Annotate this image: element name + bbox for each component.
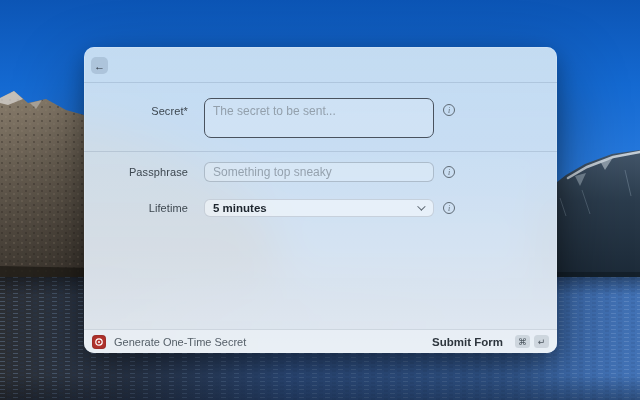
- secret-textarea[interactable]: [204, 98, 434, 138]
- info-glyph: i: [448, 106, 450, 115]
- back-button[interactable]: ←: [91, 57, 108, 74]
- chevron-down-icon: [417, 202, 425, 210]
- info-glyph: i: [448, 168, 450, 177]
- submit-form-button[interactable]: Submit Form ⌘ ↵: [432, 335, 549, 348]
- one-time-secret-logo-icon: [92, 335, 106, 349]
- window-header: ←: [84, 47, 557, 82]
- section-divider: [84, 151, 557, 152]
- secret-field-row: Secret* i: [84, 98, 557, 138]
- lifetime-field-row: Lifetime 5 minutes i: [84, 199, 557, 217]
- back-arrow-icon: ←: [94, 60, 105, 72]
- desktop: ← Secret* i Passphrase i Lifetime: [0, 0, 640, 400]
- info-icon[interactable]: i: [443, 202, 455, 214]
- return-key-icon: ↵: [534, 335, 549, 348]
- action-bar: Generate One-Time Secret Submit Form ⌘ ↵: [84, 329, 557, 353]
- info-icon[interactable]: i: [443, 104, 455, 116]
- command-key-icon: ⌘: [515, 335, 530, 348]
- info-glyph: i: [448, 204, 450, 213]
- passphrase-input[interactable]: [204, 162, 434, 182]
- lifetime-label: Lifetime: [84, 202, 188, 214]
- passphrase-field-row: Passphrase i: [84, 162, 557, 182]
- lifetime-select[interactable]: 5 minutes: [204, 199, 434, 217]
- lifetime-selected-value: 5 minutes: [213, 202, 267, 214]
- command-name: Generate One-Time Secret: [114, 336, 432, 348]
- passphrase-label: Passphrase: [84, 166, 188, 178]
- info-icon[interactable]: i: [443, 166, 455, 178]
- raycast-window: ← Secret* i Passphrase i Lifetime: [84, 47, 557, 353]
- secret-label: Secret*: [84, 98, 188, 117]
- header-divider: [84, 82, 557, 83]
- submit-form-label: Submit Form: [432, 336, 503, 348]
